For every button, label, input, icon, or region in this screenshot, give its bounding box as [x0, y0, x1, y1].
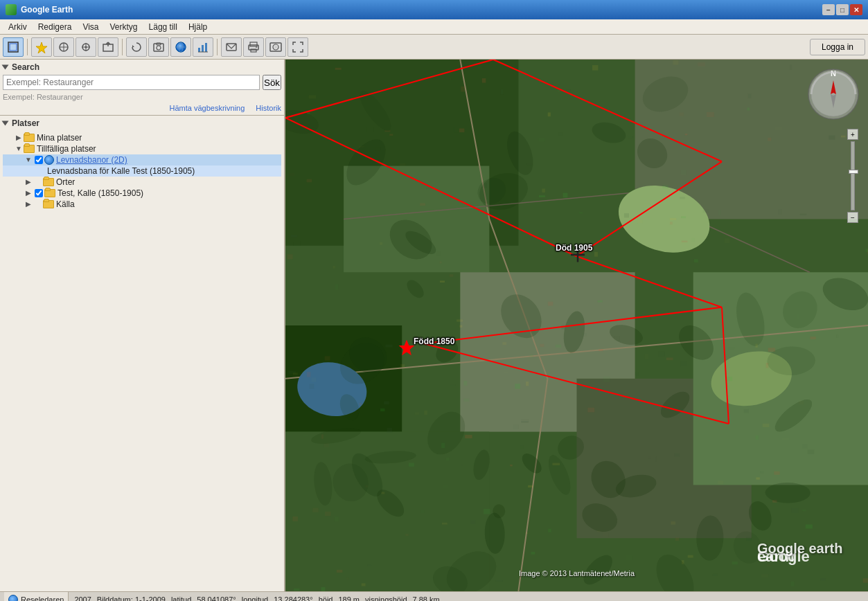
status-globe-icon	[8, 595, 18, 602]
main-layout: Search Sök Exempel: Restauranger Hämta v…	[0, 60, 868, 591]
tree-item-levnadsbanor[interactable]: ▼ Levnadsbanor (2D)	[3, 154, 281, 165]
reseledaren-status: Reseledaren	[4, 592, 69, 601]
search-links: Hämta vägbeskrivning Historik	[3, 104, 281, 112]
search-collapse-icon	[2, 65, 9, 70]
expand-levnadsbanor[interactable]: ▼	[24, 155, 33, 165]
folder-icon-orter	[43, 178, 54, 186]
tree-item-test-kalle[interactable]: ▶ Test, Kalle (1850-1905)	[3, 188, 281, 199]
nav-controls: + −	[847, 129, 858, 223]
expand-test-kalle[interactable]: ▶	[24, 188, 33, 198]
login-button[interactable]: Logga in	[810, 39, 865, 55]
expand-kalla[interactable]: ▶	[24, 199, 33, 209]
history-link[interactable]: Historik	[256, 104, 281, 112]
close-button[interactable]: ✕	[850, 4, 862, 15]
label-mina-platser: Mina platser	[37, 133, 82, 143]
view-mode-button[interactable]	[3, 37, 24, 57]
zoom-thumb[interactable]	[849, 170, 858, 174]
places-header[interactable]: Platser	[3, 118, 281, 128]
longitud-label: longitud	[242, 595, 269, 602]
globe-icon-levnadsbanor	[44, 155, 54, 165]
menu-hjalp[interactable]: Hjälp	[183, 21, 213, 33]
map-area[interactable]: Död 1905 Född 1850 Image © 2013 Lantmäte…	[285, 60, 868, 591]
zoom-in-button[interactable]: +	[847, 129, 858, 140]
overlay-button[interactable]	[98, 37, 118, 57]
tree-item-tillfalliga[interactable]: ▼ Tillfälliga platser	[3, 143, 281, 154]
menu-arkiv[interactable]: Arkiv	[3, 21, 33, 33]
svg-rect-24	[205, 43, 207, 52]
svg-rect-27	[250, 42, 257, 46]
checkbox-test-kalle[interactable]	[35, 189, 43, 197]
svg-rect-1	[10, 44, 17, 51]
search-example-text: Exempel: Restauranger	[3, 93, 281, 101]
longitud-value: 13.284283°	[274, 595, 312, 602]
bilddatum-display: Bilddatum: 1-1-2009	[97, 595, 166, 602]
svg-point-16	[157, 46, 161, 50]
minimize-button[interactable]: −	[822, 4, 835, 15]
places-collapse-icon	[2, 121, 9, 126]
toolbar-separator-2	[122, 39, 123, 55]
left-panel: Search Sök Exempel: Restauranger Hämta v…	[0, 60, 285, 591]
zoom-track[interactable]	[851, 141, 855, 210]
menu-visa[interactable]: Visa	[77, 21, 104, 33]
polygon-button[interactable]	[53, 37, 74, 57]
search-input[interactable]	[3, 75, 260, 90]
latitud-value: 58.041087°	[197, 595, 236, 602]
print-button[interactable]	[243, 37, 264, 57]
placemark-button[interactable]	[31, 37, 52, 57]
app-title: Google Earth	[21, 5, 822, 15]
menubar: Arkiv Redigera Visa Verktyg Lägg till Hj…	[0, 19, 868, 35]
statusbar: Reseledaren 2007 Bilddatum: 1-1-2009 lat…	[0, 591, 868, 601]
toolbar-separator-3	[217, 39, 218, 55]
toolbar-separator-1	[27, 39, 28, 55]
email-button[interactable]	[221, 37, 242, 57]
expand-tillfalliga[interactable]: ▼	[14, 144, 24, 154]
tree-item-mina-platser[interactable]: ▶ Mina platser	[3, 132, 281, 143]
refresh-button[interactable]	[126, 37, 147, 57]
menu-lagg-till[interactable]: Lägg till	[143, 21, 183, 33]
expand-orter[interactable]: ▶	[24, 177, 33, 187]
svg-rect-23	[202, 45, 204, 52]
maximize-button[interactable]: □	[836, 4, 849, 15]
photo-button[interactable]	[148, 37, 169, 57]
chart-button[interactable]	[193, 37, 213, 57]
label-tillfalliga: Tillfälliga platser	[37, 144, 96, 154]
svg-text:N: N	[831, 69, 836, 78]
tree-item-orter[interactable]: ▶ Orter	[3, 177, 281, 188]
search-header[interactable]: Search	[3, 62, 281, 72]
zoom-out-button[interactable]: −	[847, 212, 858, 223]
svg-marker-14	[132, 45, 134, 47]
label-test-kalle: Test, Kalle (1850-1905)	[57, 188, 143, 198]
tree-item-levnadsbana-kalle[interactable]: Levnadsbana för Kalle Test (1850-1905)	[3, 165, 281, 177]
map-canvas	[285, 60, 868, 591]
svg-point-30	[256, 46, 257, 48]
compass[interactable]: N	[806, 66, 861, 122]
places-title: Platser	[12, 118, 39, 128]
path-button[interactable]	[76, 37, 96, 57]
folder-icon-kalla	[43, 200, 54, 208]
fullscreen-button[interactable]	[287, 37, 308, 57]
tree-item-kalla[interactable]: ▶ Källa	[3, 199, 281, 210]
search-row: Sök	[3, 75, 281, 90]
toolbar: Logga in	[0, 35, 868, 60]
latitud-label: latitud	[171, 595, 191, 602]
titlebar: Google Earth − □ ✕	[0, 0, 868, 19]
search-button[interactable]: Sök	[263, 75, 281, 90]
app-icon	[6, 4, 17, 15]
svg-rect-22	[198, 48, 200, 52]
earth-button[interactable]	[170, 37, 191, 57]
hojd-label: höjd	[319, 595, 333, 602]
folder-icon-test-kalle	[44, 189, 55, 197]
checkbox-levnadsbanor[interactable]	[35, 156, 43, 164]
year-display: 2007	[74, 595, 91, 602]
label-orter: Orter	[56, 177, 75, 187]
menu-redigera[interactable]: Redigera	[33, 21, 78, 33]
svg-point-33	[274, 46, 277, 48]
reseledaren-label: Reseledaren	[21, 595, 64, 602]
menu-verktyg[interactable]: Verktyg	[105, 21, 143, 33]
svg-point-9	[85, 46, 87, 48]
label-levnadsbanor[interactable]: Levnadsbanor (2D)	[56, 155, 127, 165]
expand-mina-platser[interactable]: ▶	[14, 133, 24, 143]
directions-link[interactable]: Hämta vägbeskrivning	[169, 104, 245, 112]
folder-icon-tillfalliga	[24, 145, 35, 153]
screenshot-button[interactable]	[265, 37, 286, 57]
